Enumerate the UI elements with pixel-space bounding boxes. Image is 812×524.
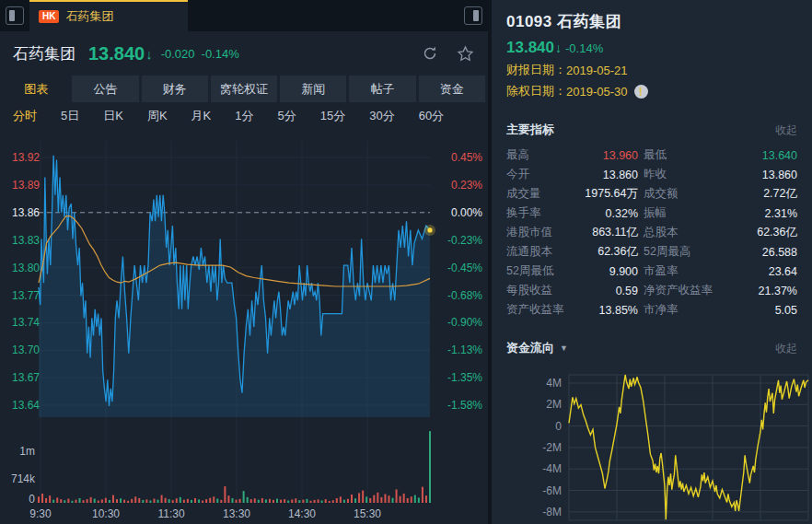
indicator-row: 资产收益率13.85%市净率5.05 xyxy=(506,300,797,320)
volume-bar xyxy=(358,493,360,503)
volume-bar xyxy=(396,489,398,503)
collapse-right-panel-icon[interactable] xyxy=(464,6,482,25)
time-axis-label: 13:30 xyxy=(223,507,250,520)
volume-bar xyxy=(373,495,375,503)
collapse-indicators-link[interactable]: 收起 xyxy=(775,122,797,138)
content-nav-tabs: 图表公告财务窝轮权证新闻帖子资金 xyxy=(0,76,488,102)
volume-bar xyxy=(247,497,249,503)
volume-bar xyxy=(354,498,356,503)
chart-panel: HK 石药集团 石药集团 13.840 ↓ -0.020 -0.14% 图表公告… xyxy=(0,0,488,524)
indicator-value: 0.32% xyxy=(578,207,644,220)
nav-tab-5[interactable]: 帖子 xyxy=(349,76,415,102)
nav-tab-4[interactable]: 新闻 xyxy=(280,76,346,102)
volume-bar xyxy=(287,500,289,503)
indicator-value: 62.36亿 xyxy=(578,244,644,260)
period-tab-6[interactable]: 5分 xyxy=(277,108,296,124)
volume-bar xyxy=(365,496,367,503)
volume-bar xyxy=(236,500,238,503)
volume-bar xyxy=(243,491,245,503)
volume-bar xyxy=(298,500,300,503)
stock-code-and-name: 01093 石药集团 xyxy=(506,11,797,32)
nav-tab-1[interactable]: 公告 xyxy=(72,76,138,102)
volume-bar xyxy=(250,499,252,503)
refresh-icon[interactable] xyxy=(420,43,440,64)
current-price: 13.840 xyxy=(88,43,145,64)
volume-axis-label: 1m xyxy=(19,445,35,458)
volume-bar xyxy=(202,500,203,503)
volume-bar xyxy=(276,499,278,503)
volume-bar xyxy=(105,498,107,503)
detail-panel: 01093 石药集团 13.840 ↓ -0.14% 财报日期： 2019-05… xyxy=(492,0,812,524)
volume-bar xyxy=(75,500,76,503)
volume-bar xyxy=(273,500,274,503)
period-tab-9[interactable]: 60分 xyxy=(419,108,444,124)
volume-bar xyxy=(400,496,401,503)
price-axis-label: 13.86 xyxy=(12,206,40,219)
volume-bar xyxy=(45,498,47,503)
stock-tab-label: 石药集团 xyxy=(65,8,113,25)
volume-bar xyxy=(213,496,215,503)
volume-bar xyxy=(306,499,307,503)
indicator-label: 52周最高 xyxy=(644,244,732,260)
nav-tab-0[interactable]: 图表 xyxy=(3,76,69,102)
volume-bar xyxy=(332,500,334,503)
period-tab-1[interactable]: 5日 xyxy=(61,108,79,124)
nav-tab-6[interactable]: 资金 xyxy=(419,76,485,102)
price-axis-label: 13.74 xyxy=(12,316,40,329)
volume-bar xyxy=(269,499,271,503)
stock-name: 石药集团 xyxy=(13,43,75,64)
chevron-down-icon[interactable]: ▼ xyxy=(560,344,568,353)
period-tab-0[interactable]: 分时 xyxy=(13,108,37,124)
volume-bar xyxy=(67,499,69,503)
indicator-value: 62.36亿 xyxy=(732,225,797,240)
volume-bar xyxy=(168,499,170,503)
indicator-row: 最高13.960最低13.640 xyxy=(506,146,797,165)
period-tab-7[interactable]: 15分 xyxy=(320,108,345,124)
time-axis-label: 10:30 xyxy=(92,507,120,520)
period-tab-5[interactable]: 1分 xyxy=(235,108,253,124)
indicator-label: 最低 xyxy=(644,147,732,163)
stock-tab[interactable]: HK 石药集团 xyxy=(29,0,188,31)
percent-axis-label: -0.23% xyxy=(447,234,482,247)
ex-date-info-icon[interactable]: ! xyxy=(634,85,648,99)
indicator-label: 成交额 xyxy=(644,186,732,202)
volume-bar xyxy=(131,499,133,503)
favorite-star-icon[interactable] xyxy=(455,43,475,64)
average-price-line xyxy=(39,216,430,286)
indicator-label: 每股收益 xyxy=(506,283,578,298)
volume-bar xyxy=(295,498,296,503)
volume-bar xyxy=(392,498,394,503)
capital-flow-chart[interactable]: 4M2M0-2M-4M-6M-8M9:3012:00/13:0016:00 xyxy=(492,362,812,524)
nav-tab-3[interactable]: 窝轮权证 xyxy=(211,76,277,102)
price-axis-label: 13.67 xyxy=(12,371,40,384)
key-indicators-title: 主要指标 xyxy=(506,122,554,138)
flow-y-label: -4M xyxy=(542,462,562,475)
volume-bar xyxy=(318,499,319,503)
volume-bar xyxy=(101,499,103,503)
price-axis-label: 13.89 xyxy=(12,179,40,192)
stock-terminal-window: HK 石药集团 石药集团 13.840 ↓ -0.020 -0.14% 图表公告… xyxy=(0,0,812,524)
collapse-flow-link[interactable]: 收起 xyxy=(775,341,797,356)
indicator-value: 863.11亿 xyxy=(578,225,644,240)
period-tab-3[interactable]: 周K xyxy=(147,108,168,124)
volume-bar xyxy=(165,498,167,503)
volume-bar xyxy=(258,500,260,503)
indicator-label: 市盈率 xyxy=(644,263,732,279)
indicator-value: 2.72亿 xyxy=(732,186,797,202)
volume-bar xyxy=(205,499,207,503)
stock-tabstrip: HK 石药集团 xyxy=(0,0,488,31)
intraday-chart[interactable]: 13.920.45%13.890.23%13.860.00%13.83-0.23… xyxy=(0,130,488,524)
volume-bar xyxy=(224,486,226,503)
indicator-row: 每股收益0.59净资产收益率21.37% xyxy=(506,281,797,300)
price-change-percent: -0.14% xyxy=(202,47,239,61)
period-tab-8[interactable]: 30分 xyxy=(369,108,394,124)
period-tab-4[interactable]: 月K xyxy=(191,108,212,124)
volume-bar xyxy=(231,498,233,503)
collapse-left-panel-icon[interactable] xyxy=(6,6,24,25)
percent-axis-label: 0.45% xyxy=(451,151,482,164)
volume-bar xyxy=(407,498,409,503)
nav-tab-2[interactable]: 财务 xyxy=(142,76,208,102)
volume-bar xyxy=(329,501,331,503)
period-tab-2[interactable]: 日K xyxy=(103,108,123,124)
indicator-label: 今开 xyxy=(506,167,578,182)
